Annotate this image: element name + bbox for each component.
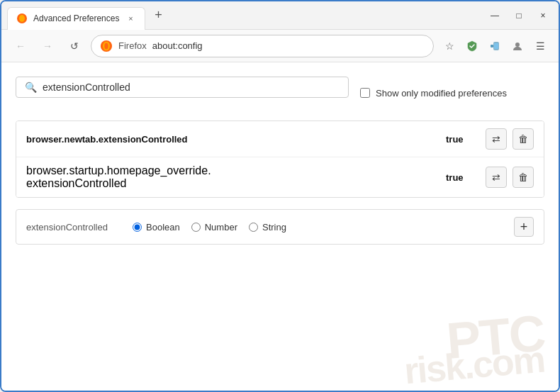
pref-name-multi-2: browser.startup.homepage_override. exten… (26, 164, 446, 190)
browser-window: Advanced Preferences × + — □ × ← → ↺ Fir… (0, 0, 560, 392)
pref-name-1: browser.newtab.extensionControlled (26, 134, 446, 145)
forward-button[interactable]: → (37, 35, 58, 57)
number-label: Number (205, 222, 237, 233)
pref-actions-2: ⇄ 🗑 (486, 167, 534, 188)
search-input[interactable] (43, 82, 340, 93)
add-pref-name: extensionControlled (26, 222, 118, 233)
string-label: String (262, 222, 286, 233)
show-modified-checkbox-label[interactable]: Show only modified preferences (360, 88, 507, 99)
svg-point-8 (515, 43, 520, 47)
watermark-line2: risk.com (403, 340, 546, 389)
search-bar-container[interactable]: 🔍 (16, 77, 349, 98)
firefox-logo-icon (100, 40, 113, 52)
pref-value-1: true (446, 134, 474, 145)
number-radio-option[interactable]: Number (191, 222, 237, 233)
window-controls: — □ × (485, 6, 553, 26)
titlebar: Advanced Preferences × + — □ × (1, 1, 559, 30)
pref-value-2: true (446, 172, 474, 183)
svg-point-1 (19, 15, 25, 22)
pref-toggle-button-2[interactable]: ⇄ (486, 167, 507, 188)
pref-type-radio-group: Boolean Number String (133, 222, 286, 233)
watermark-line1: PTC (444, 307, 547, 366)
shield-icon[interactable] (462, 36, 482, 56)
bookmark-icon[interactable]: ☆ (439, 36, 459, 56)
profile-icon[interactable] (508, 36, 527, 56)
svg-rect-7 (494, 43, 498, 49)
tab-title: Advanced Preferences (33, 13, 119, 23)
pref-delete-button-2[interactable]: 🗑 (513, 167, 534, 188)
add-pref-button[interactable]: + (514, 217, 534, 237)
back-button[interactable]: ← (10, 35, 31, 57)
new-tab-button[interactable]: + (148, 6, 168, 26)
boolean-radio[interactable] (133, 223, 142, 232)
navbar: ← → ↺ Firefox about:config ☆ (1, 30, 559, 62)
url-display: about:config (152, 40, 425, 51)
string-radio-option[interactable]: String (249, 222, 286, 233)
navbar-icons: ☆ ☰ (439, 36, 550, 56)
string-radio[interactable] (249, 223, 258, 232)
menu-icon[interactable]: ☰ (530, 36, 550, 56)
site-name: Firefox (118, 40, 147, 51)
show-modified-checkbox[interactable] (360, 88, 370, 98)
close-button[interactable]: × (533, 6, 553, 26)
tab-close-button[interactable]: × (125, 13, 136, 24)
maximize-button[interactable]: □ (509, 6, 529, 26)
add-pref-row: extensionControlled Boolean Number Strin… (16, 209, 544, 245)
pref-row-1: browser.newtab.extensionControlled true … (16, 121, 544, 157)
address-bar[interactable]: Firefox about:config (91, 35, 434, 57)
boolean-radio-option[interactable]: Boolean (133, 222, 180, 233)
svg-rect-5 (491, 45, 493, 47)
pref-name-2-line1: browser.startup.homepage_override. (26, 164, 446, 177)
number-radio[interactable] (191, 223, 201, 232)
preferences-table: browser.newtab.extensionControlled true … (16, 121, 544, 198)
pref-row-2: browser.startup.homepage_override. exten… (16, 157, 544, 197)
search-row: 🔍 Show only modified preferences (16, 77, 544, 109)
minimize-button[interactable]: — (485, 6, 505, 26)
pref-toggle-button-1[interactable]: ⇄ (486, 128, 507, 150)
pref-actions-1: ⇄ 🗑 (486, 128, 534, 150)
extension-icon[interactable] (485, 36, 505, 56)
page-content: PTC risk.com 🔍 Show only modified prefer… (1, 62, 559, 391)
search-icon: 🔍 (25, 82, 37, 93)
svg-point-4 (104, 43, 108, 49)
tab-favicon-icon (16, 13, 28, 24)
pref-delete-button-1[interactable]: 🗑 (513, 128, 534, 150)
boolean-label: Boolean (146, 222, 180, 233)
reload-button[interactable]: ↺ (64, 35, 85, 57)
active-tab[interactable]: Advanced Preferences × (7, 7, 145, 30)
pref-name-2-line2: extensionControlled (26, 177, 446, 190)
show-modified-label: Show only modified preferences (376, 88, 507, 99)
